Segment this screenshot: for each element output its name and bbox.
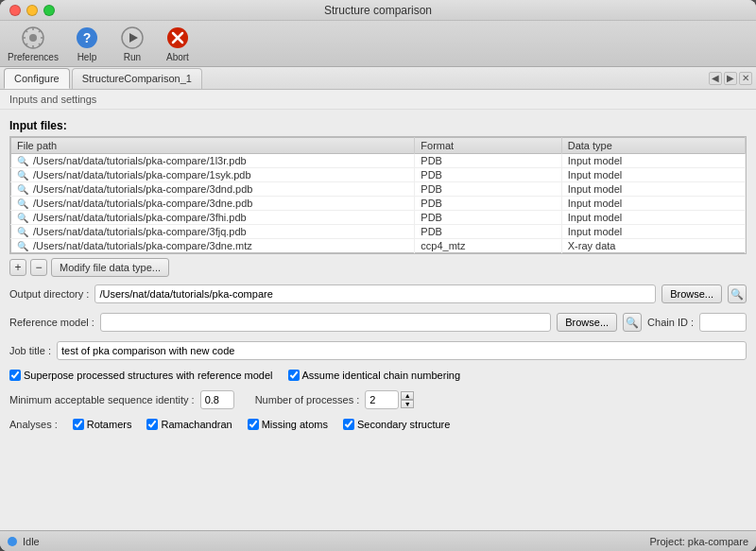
file-table-container[interactable]: File path Format Data type 🔍 /Users/nat/… <box>9 136 747 254</box>
abort-label: Abort <box>166 52 189 62</box>
job-title-input[interactable] <box>57 341 747 360</box>
input-files-label: Input files: <box>9 119 747 132</box>
num-processes-spinners: ▲ ▼ <box>401 391 414 408</box>
min-seq-input[interactable] <box>200 390 234 409</box>
table-row[interactable]: 🔍 /Users/nat/data/tutorials/pka-compare/… <box>11 197 746 211</box>
file-datatype-cell: Input model <box>561 182 745 197</box>
col-header-datatype: Data type <box>561 138 745 154</box>
tab-close-button[interactable]: ✕ <box>739 72 752 85</box>
file-path-cell: 🔍 /Users/nat/data/tutorials/pka-compare/… <box>11 182 415 197</box>
minimize-button[interactable] <box>26 5 38 16</box>
file-actions: + − Modify file data type... <box>9 258 747 277</box>
main-panel: Input files: File path Format Data type … <box>0 110 756 530</box>
remove-file-button[interactable]: − <box>30 259 47 276</box>
add-file-button[interactable]: + <box>9 259 26 276</box>
svg-line-6 <box>26 30 27 32</box>
tab-structure-comparison[interactable]: StructureComparison_1 <box>72 68 202 89</box>
missing-atoms-checkbox[interactable] <box>248 419 259 430</box>
superpose-row: Superpose processed structures with refe… <box>9 370 747 381</box>
titlebar: Structure comparison <box>0 0 756 21</box>
num-processes-down[interactable]: ▼ <box>401 400 414 408</box>
num-processes-label: Number of processes : <box>255 394 360 405</box>
file-format-cell: ccp4_mtz <box>415 239 561 253</box>
help-icon: ? <box>74 25 100 51</box>
file-search-icon: 🔍 <box>17 170 28 181</box>
min-seq-label: Minimum acceptable sequence identity : <box>9 394 195 405</box>
file-datatype-cell: X-ray data <box>561 239 745 253</box>
file-format-cell: PDB <box>415 211 561 225</box>
col-header-format: Format <box>415 138 561 154</box>
superpose-checkbox-item: Superpose processed structures with refe… <box>9 370 273 381</box>
file-datatype-cell: Input model <box>561 197 745 211</box>
svg-marker-13 <box>129 33 138 43</box>
status-text: Idle <box>23 536 649 547</box>
tab-navigation: ◀ ▶ ✕ <box>709 72 752 85</box>
modify-file-type-button[interactable]: Modify file data type... <box>51 258 169 277</box>
file-search-icon: 🔍 <box>17 184 28 195</box>
table-row[interactable]: 🔍 /Users/nat/data/tutorials/pka-compare/… <box>11 154 746 168</box>
identical-chain-checkbox[interactable] <box>288 370 300 381</box>
chain-id-input[interactable] <box>699 313 747 332</box>
identical-chain-label: Assume identical chain numbering <box>302 370 461 381</box>
tab-prev-button[interactable]: ◀ <box>709 72 722 85</box>
rotamers-checkbox[interactable] <box>73 419 84 430</box>
superpose-checkbox[interactable] <box>9 370 21 381</box>
job-title-row: Job title : <box>9 341 747 360</box>
table-row[interactable]: 🔍 /Users/nat/data/tutorials/pka-compare/… <box>11 182 746 197</box>
ramachandran-label: Ramachandran <box>161 419 232 430</box>
secondary-structure-checkbox[interactable] <box>343 419 354 430</box>
close-button[interactable] <box>9 5 21 16</box>
file-search-icon: 🔍 <box>17 198 28 209</box>
output-search-icon[interactable]: 🔍 <box>728 284 747 303</box>
run-icon <box>119 25 146 51</box>
tab-configure[interactable]: Configure <box>4 68 70 89</box>
file-path-value: /Users/nat/data/tutorials/pka-compare/1s… <box>33 169 251 181</box>
svg-point-1 <box>29 34 37 42</box>
rotamers-label: Rotamers <box>87 419 132 430</box>
file-format-cell: PDB <box>415 225 561 239</box>
svg-line-9 <box>26 43 27 45</box>
abort-button[interactable]: Abort <box>161 25 195 62</box>
chain-id-label: Chain ID : <box>647 317 694 328</box>
help-button[interactable]: ? Help <box>70 25 104 62</box>
output-directory-input[interactable] <box>94 284 656 303</box>
num-processes-input[interactable] <box>365 390 399 409</box>
file-path-value: /Users/nat/data/tutorials/pka-compare/3d… <box>33 183 252 195</box>
rotamers-checkbox-item: Rotamers <box>73 419 132 430</box>
file-path-cell: 🔍 /Users/nat/data/tutorials/pka-compare/… <box>11 197 415 211</box>
abort-icon <box>164 25 191 51</box>
reference-search-icon[interactable]: 🔍 <box>623 313 642 332</box>
reference-model-label: Reference model : <box>9 317 94 328</box>
run-button[interactable]: Run <box>115 25 149 62</box>
status-project: Project: pka-compare <box>649 536 748 547</box>
output-browse-button[interactable]: Browse... <box>662 284 722 303</box>
status-bar: Idle Project: pka-compare <box>0 530 756 551</box>
table-row[interactable]: 🔍 /Users/nat/data/tutorials/pka-compare/… <box>11 168 746 182</box>
table-row[interactable]: 🔍 /Users/nat/data/tutorials/pka-compare/… <box>11 239 746 253</box>
file-datatype-cell: Input model <box>561 168 745 182</box>
reference-browse-button[interactable]: Browse... <box>557 313 617 332</box>
file-path-cell: 🔍 /Users/nat/data/tutorials/pka-compare/… <box>11 239 415 253</box>
maximize-button[interactable] <box>43 5 55 16</box>
num-processes-up[interactable]: ▲ <box>401 391 414 400</box>
table-row[interactable]: 🔍 /Users/nat/data/tutorials/pka-compare/… <box>11 211 746 225</box>
file-search-icon: 🔍 <box>17 213 28 223</box>
tab-next-button[interactable]: ▶ <box>724 72 737 85</box>
svg-line-8 <box>39 30 41 32</box>
table-row[interactable]: 🔍 /Users/nat/data/tutorials/pka-compare/… <box>11 225 746 239</box>
preferences-button[interactable]: Preferences <box>8 25 59 62</box>
analyses-label: Analyses : <box>9 419 58 430</box>
main-window: Structure comparison Preferences <box>0 0 756 551</box>
toolbar: Preferences ? Help Run <box>0 21 756 67</box>
file-format-cell: PDB <box>415 168 561 182</box>
col-header-filepath: File path <box>11 138 415 154</box>
section-header: Inputs and settings <box>0 90 756 110</box>
preferences-label: Preferences <box>8 52 59 62</box>
file-search-icon: 🔍 <box>17 241 28 251</box>
ramachandran-checkbox[interactable] <box>146 419 158 430</box>
superpose-label: Superpose processed structures with refe… <box>24 370 273 381</box>
svg-line-7 <box>39 43 41 45</box>
file-format-cell: PDB <box>415 182 561 197</box>
file-search-icon: 🔍 <box>17 156 28 166</box>
reference-model-input[interactable] <box>100 313 551 332</box>
